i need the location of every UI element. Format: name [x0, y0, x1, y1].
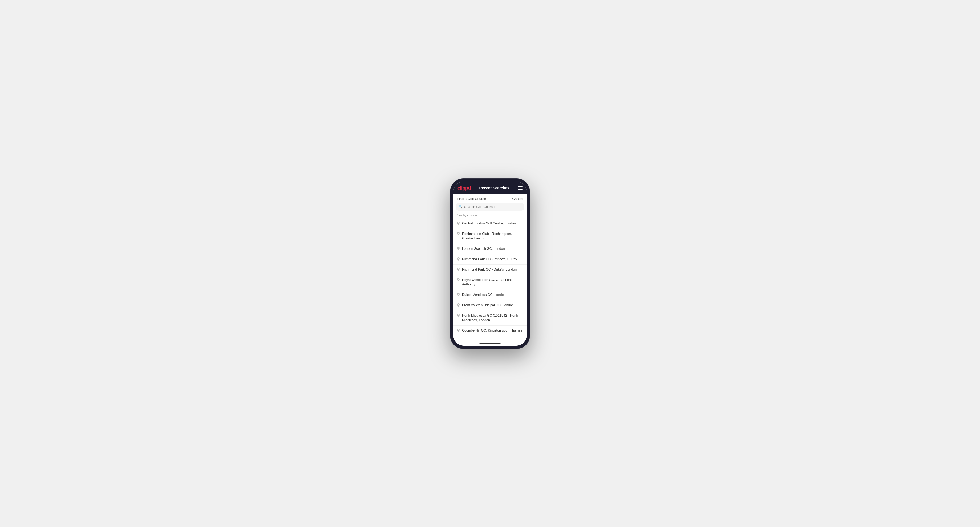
pin-icon	[457, 247, 460, 251]
course-name: Coombe Hill GC, Kingston upon Thames	[462, 329, 522, 333]
list-item[interactable]: Central London Golf Centre, London	[453, 219, 527, 229]
course-name: Richmond Park GC - Prince's, Surrey	[462, 257, 517, 262]
content-area: Find a Golf Course Cancel 🔍 Nearby cours…	[453, 194, 527, 341]
find-bar: Find a Golf Course Cancel	[453, 194, 527, 203]
search-container: 🔍	[453, 203, 527, 213]
search-icon: 🔍	[458, 205, 463, 208]
pin-icon	[457, 278, 460, 283]
pin-icon	[457, 293, 460, 297]
list-item[interactable]: London Scottish GC, London	[453, 244, 527, 254]
find-label: Find a Golf Course	[457, 197, 486, 201]
phone-screen: clippd Recent Searches Find a Golf Cours…	[453, 182, 527, 346]
search-box: 🔍	[456, 203, 524, 211]
pin-icon	[457, 314, 460, 318]
pin-icon	[457, 268, 460, 272]
list-item[interactable]: Royal Wimbledon GC, Great London Authori…	[453, 275, 527, 290]
course-name: North Middlesex GC (1011942 - North Midd…	[462, 313, 523, 323]
menu-icon[interactable]	[518, 186, 522, 190]
list-item[interactable]: Coombe Hill GC, Kingston upon Thames	[453, 326, 527, 336]
course-name: London Scottish GC, London	[462, 247, 505, 251]
pin-icon	[457, 303, 460, 308]
list-item[interactable]: Brent Valley Municipal GC, London	[453, 300, 527, 311]
courses-list: Central London Golf Centre, London Roeha…	[453, 219, 527, 341]
home-indicator	[453, 341, 527, 346]
pin-icon	[457, 232, 460, 237]
course-name: Dukes Meadows GC, London	[462, 293, 506, 297]
home-bar	[479, 343, 501, 344]
phone-frame: clippd Recent Searches Find a Golf Cours…	[450, 178, 530, 349]
list-item[interactable]: Richmond Park GC - Duke's, London	[453, 265, 527, 275]
cancel-button[interactable]: Cancel	[512, 197, 523, 201]
list-item[interactable]: Roehampton Club - Roehampton, Greater Lo…	[453, 229, 527, 244]
course-name: Richmond Park GC - Duke's, London	[462, 267, 517, 272]
list-item[interactable]: Richmond Park GC - Prince's, Surrey	[453, 254, 527, 265]
search-input[interactable]	[464, 205, 522, 209]
app-header: clippd Recent Searches	[453, 182, 527, 194]
course-name: Royal Wimbledon GC, Great London Authori…	[462, 278, 523, 287]
nearby-courses-label: Nearby courses	[453, 213, 527, 219]
pin-icon	[457, 257, 460, 262]
app-logo: clippd	[458, 185, 471, 191]
pin-icon	[457, 222, 460, 226]
course-name: Brent Valley Municipal GC, London	[462, 303, 514, 308]
course-name: Roehampton Club - Roehampton, Greater Lo…	[462, 232, 523, 241]
pin-icon	[457, 329, 460, 333]
list-item[interactable]: Dukes Meadows GC, London	[453, 290, 527, 300]
page-title: Recent Searches	[471, 186, 518, 190]
list-item[interactable]: North Middlesex GC (1011942 - North Midd…	[453, 311, 527, 326]
course-name: Central London Golf Centre, London	[462, 221, 516, 226]
